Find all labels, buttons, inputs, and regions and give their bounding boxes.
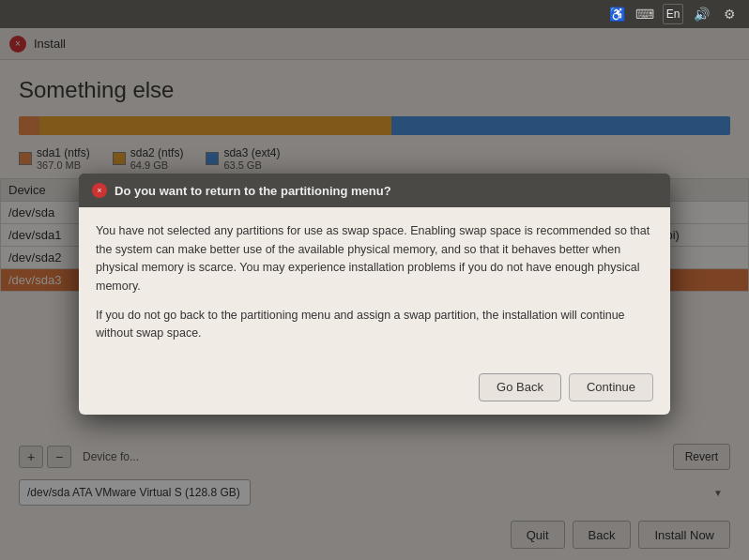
dialog-title: Do you want to return to the partitionin… <box>115 184 391 198</box>
accessibility-icon[interactable]: ♿ <box>606 4 627 24</box>
install-window: × Install Something else sda1 (ntfs) 367… <box>0 28 749 560</box>
dialog-overlay: × Do you want to return to the partition… <box>0 28 749 560</box>
continue-button[interactable]: Continue <box>569 373 653 401</box>
dialog-body: You have not selected any partitions for… <box>79 207 670 367</box>
keyboard-icon[interactable]: ⌨ <box>634 4 655 24</box>
settings-icon[interactable]: ⚙ <box>719 4 740 24</box>
dialog-footer: Go Back Continue <box>79 368 670 415</box>
volume-icon[interactable]: 🔊 <box>691 4 711 24</box>
dialog-paragraph1: You have not selected any partitions for… <box>96 222 653 295</box>
language-icon[interactable]: En <box>663 4 683 24</box>
dialog-close-icon[interactable]: × <box>92 183 107 198</box>
dialog-paragraph2: If you do not go back to the partitionin… <box>96 307 653 343</box>
swap-warning-dialog: × Do you want to return to the partition… <box>79 174 670 414</box>
dialog-header: × Do you want to return to the partition… <box>79 174 670 207</box>
go-back-button[interactable]: Go Back <box>479 373 561 401</box>
topbar: ♿ ⌨ En 🔊 ⚙ <box>0 0 749 28</box>
